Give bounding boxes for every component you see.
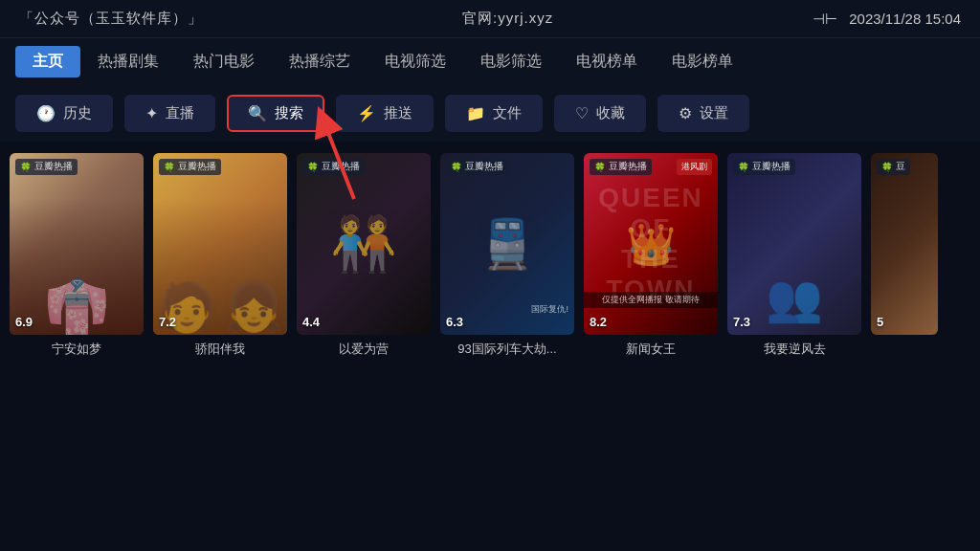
header: 「公众号（玉玉软件库）」 官网:yyrj.xyz ⊣⊢ 2023/11/28 1… [0,0,980,38]
datetime: 2023/11/28 15:04 [849,11,961,27]
douban-icon: 🍀 [20,162,32,172]
card-title: 宁安如梦 [10,341,144,358]
search-button[interactable]: 🔍 搜索 [227,95,324,132]
settings-label: 设置 [700,104,728,122]
file-icon: 📁 [466,104,485,122]
card-score: 5 [877,315,883,329]
live-label: 直播 [166,104,194,122]
card-ning-an[interactable]: 🍀 豆瓣热播 👘 6.9 宁安如梦 [10,153,144,358]
brand-text: 「公众号（玉玉软件库）」 [19,10,203,28]
card-score: 8.2 [590,315,607,329]
card-news-queen[interactable]: 🍀 豆瓣热播 港风剧 👑 QUEENOFTHETOWN 仅提供全网播报 敬请期待… [584,153,718,358]
card-title: 骄阳伴我 [153,341,287,358]
card-title: 93国际列车大劫... [440,341,574,358]
tab-hot-movie[interactable]: 热门电影 [176,46,272,77]
settings-icon: ⚙ [679,104,692,122]
favorites-label: 收藏 [596,104,625,122]
card-partial[interactable]: 🍀 豆 5 [871,153,938,358]
nav-tabs: 主页 热播剧集 热门电影 热播综艺 电视筛选 电影筛选 电视榜单 电影榜单 [0,38,980,85]
tab-tv-filter[interactable]: 电视筛选 [368,46,463,77]
search-icon: 🔍 [248,104,267,122]
card-status: 仅提供全网播报 敬请期待 [584,292,718,308]
website-text: 官网:yyrj.xyz [462,10,553,28]
push-label: 推送 [384,104,412,122]
card-image: 🍀 豆 5 [871,153,938,335]
settings-button[interactable]: ⚙ 设置 [657,95,749,132]
card-image: 🍀 豆瓣热播 🧑 👧 7.2 [153,153,287,335]
card-93-train[interactable]: 🍀 豆瓣热播 🚆 6.3 国际复仇! 93国际列车大劫... [440,153,574,358]
history-button[interactable]: 🕐 历史 [15,95,113,132]
badge-douban: 🍀 豆瓣热播 [159,159,221,175]
resize-icon: ⊣⊢ [813,11,837,28]
live-button[interactable]: ✦ 直播 [124,95,215,132]
file-button[interactable]: 📁 文件 [445,95,543,132]
function-row: 🕐 历史 ✦ 直播 🔍 搜索 ⚡ 推送 📁 文件 ♡ 收藏 ⚙ 设置 [0,85,980,142]
tab-movie-rank[interactable]: 电影榜单 [655,46,750,77]
card-score: 6.9 [15,315,33,329]
cards-row: 🍀 豆瓣热播 👘 6.9 宁安如梦 🍀 豆瓣热播 🧑 👧 [10,153,970,358]
card-jiao-yang[interactable]: 🍀 豆瓣热播 🧑 👧 7.2 骄阳伴我 [153,153,287,358]
history-label: 历史 [63,104,92,122]
badge-douban: 🍀 豆 [877,159,910,175]
douban-icon: 🍀 [164,162,175,172]
card-title: 我要逆风去 [727,341,861,358]
card-yi-ai[interactable]: 🍀 豆瓣热播 🧑‍🤝‍🧑 4.4 以爱为营 [297,153,431,358]
card-score: 4.4 [302,315,320,329]
card-score: 7.3 [733,315,750,329]
tab-movie-filter[interactable]: 电影筛选 [463,46,559,77]
card-score: 6.3 [446,315,463,329]
live-icon: ✦ [145,104,158,122]
card-image: 🍀 豆瓣热播 🚆 6.3 国际复仇! [440,153,574,335]
push-button[interactable]: ⚡ 推送 [336,95,434,132]
content-area: 🍀 豆瓣热播 👘 6.9 宁安如梦 🍀 豆瓣热播 🧑 👧 [0,142,980,358]
card-image: 🍀 豆瓣热播 👘 6.9 [10,153,144,335]
history-icon: 🕐 [36,104,56,122]
card-image: 🍀 豆瓣热播 港风剧 👑 QUEENOFTHETOWN 仅提供全网播报 敬请期待… [584,153,718,335]
push-icon: ⚡ [357,104,376,122]
card-score: 7.2 [159,315,176,329]
tab-home[interactable]: 主页 [15,46,80,77]
douban-icon: 🍀 [881,162,893,172]
search-label: 搜索 [275,104,303,122]
header-right: ⊣⊢ 2023/11/28 15:04 [813,11,961,28]
badge-douban: 🍀 豆瓣热播 [15,159,78,175]
card-image: 🍀 豆瓣热播 🧑‍🤝‍🧑 4.4 [297,153,431,335]
card-title: 新闻女王 [584,341,718,358]
tab-hot-variety[interactable]: 热播综艺 [272,46,368,77]
card-image: 🍀 豆瓣热播 👥 7.3 [727,153,861,335]
card-title: 以爱为营 [297,341,431,358]
card-overlay-text: 国际复仇! [531,304,568,316]
card-ni-feng[interactable]: 🍀 豆瓣热播 👥 7.3 我要逆风去 [727,153,861,358]
tab-tv-rank[interactable]: 电视榜单 [559,46,655,77]
favorites-icon: ♡ [575,104,589,122]
file-label: 文件 [493,104,522,122]
tab-hot-drama[interactable]: 热播剧集 [80,46,176,77]
favorites-button[interactable]: ♡ 收藏 [554,95,646,132]
